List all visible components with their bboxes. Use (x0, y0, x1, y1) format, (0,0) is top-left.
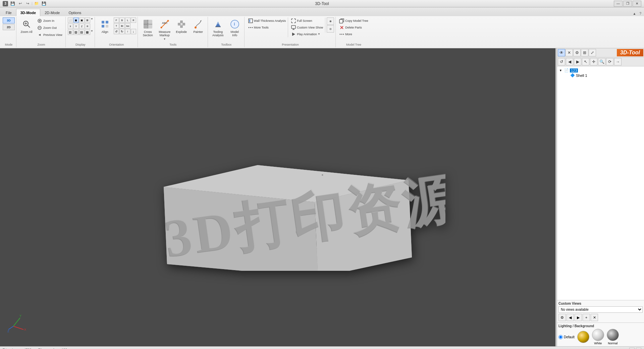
previous-view-button[interactable]: Previous View (35, 32, 64, 38)
zoom-all-button[interactable]: Zoom All (18, 17, 35, 39)
tree-expand-icon[interactable]: ▼ (559, 69, 563, 72)
painter-button[interactable]: Painter (190, 17, 206, 39)
svg-point-40 (340, 34, 341, 35)
open-button[interactable]: 📁 (33, 1, 40, 7)
display-d4-btn[interactable]: ▦ (85, 30, 90, 35)
orient-left-btn[interactable]: L (125, 17, 130, 23)
cv-delete-btn[interactable]: ✕ (591, 314, 598, 321)
orient-r2-btn[interactable]: ↻ (119, 29, 125, 34)
display-dropdown-arrow[interactable]: ▼ (91, 17, 93, 23)
display-edges-btn[interactable]: ⊞ (85, 17, 90, 23)
panel-rotate-btn[interactable]: ↺ (558, 58, 565, 65)
full-screen-btn[interactable]: Full Screen (289, 17, 324, 24)
panel-select-btn[interactable]: ↖ (582, 58, 589, 65)
panel-forward-btn[interactable]: ▶ (574, 58, 581, 65)
orient-front-btn[interactable]: F (114, 17, 119, 23)
close-button[interactable]: ✕ (633, 1, 641, 7)
save2-button[interactable]: 💾 (41, 1, 47, 7)
orient-top-btn[interactable]: T (114, 23, 119, 29)
tab-3dmode[interactable]: 3D-Mode (16, 9, 40, 16)
save-button[interactable]: 💾 (9, 1, 16, 7)
group-toolbox-label: Toolbox (210, 43, 243, 47)
panel-view-btn[interactable]: 👁 (558, 49, 565, 56)
panel-close-btn[interactable]: ✕ (566, 49, 573, 56)
orient-iso-btn[interactable]: Iso (125, 23, 130, 29)
display-y-btn[interactable]: Y (73, 23, 79, 29)
display-d2-btn[interactable]: ▨ (73, 30, 79, 35)
display-z-btn[interactable]: Z (79, 23, 85, 29)
pres-icon1-btn[interactable]: ⊕ (327, 17, 334, 25)
ribbon-help-btn[interactable]: ? (638, 11, 643, 16)
orient-bottom-btn[interactable]: Bt (119, 23, 125, 29)
cv-add-btn[interactable]: + (583, 314, 590, 321)
tab-options[interactable]: Options (64, 9, 86, 16)
wall-thickness-btn[interactable]: Wall Thickness Analysis (247, 17, 287, 24)
measure-markup-button[interactable]: ABC Measure Markup ▼ (157, 17, 173, 42)
svg-rect-24 (180, 25, 183, 28)
copy-model-tree-btn[interactable]: Copy Model Tree (338, 17, 370, 24)
orient-r1-btn[interactable]: ↺ (114, 29, 119, 34)
lighting-normal-sphere[interactable] (607, 329, 619, 341)
lighting-white-sphere[interactable] (592, 329, 604, 341)
cv-settings-btn[interactable]: ⚙ (558, 314, 566, 321)
explode-button[interactable]: Explode (173, 17, 190, 39)
viewport[interactable]: 3D打印资源库 3D打印资源库 X Y Z (0, 48, 555, 346)
panel-fit-btn[interactable]: ⊞ (581, 49, 588, 56)
orient-back-btn[interactable]: B (119, 17, 125, 23)
redo-button[interactable]: ↪ (24, 1, 31, 7)
display-wireframe-btn[interactable]: ⬜ (68, 17, 73, 23)
tree-child-item[interactable]: 🔷 Shell 1 (558, 73, 643, 78)
lighting-sphere-btn[interactable] (577, 331, 589, 343)
cv-prev-btn[interactable]: ◀ (567, 314, 574, 321)
mode-2d-button[interactable]: 2D (3, 24, 15, 30)
panel-arrow-btn[interactable]: → (614, 58, 622, 65)
full-screen-icon (291, 18, 296, 23)
display-d1-btn[interactable]: ▥ (68, 30, 73, 35)
tree-root-label[interactable]: 123 (570, 68, 578, 72)
panel-back-btn[interactable]: ◀ (566, 58, 573, 65)
panel-move-btn[interactable]: ✛ (590, 58, 597, 65)
tab-2dmode[interactable]: 2D-Mode (40, 9, 64, 16)
minimize-button[interactable]: — (614, 1, 623, 7)
measure-dropdown-arrow[interactable]: ▼ (163, 38, 166, 41)
tab-file[interactable]: File (1, 9, 16, 16)
cv-next-btn[interactable]: ▶ (575, 314, 582, 321)
more-tools-btn[interactable]: More Tools (247, 24, 287, 31)
lighting-default-radio[interactable] (558, 335, 563, 339)
play-animation-btn[interactable]: Play Animation ▼ (289, 31, 324, 37)
tree-root-item[interactable]: ▼ 📄 123 (558, 68, 643, 73)
orient-r3-btn[interactable]: ↑ (125, 29, 130, 34)
display-solid-btn[interactable]: ◼ (73, 17, 79, 23)
model-info-button[interactable]: i Model Info (227, 17, 243, 39)
undo-button[interactable]: ↩ (17, 1, 23, 7)
svg-line-52 (13, 326, 23, 330)
display-d3-btn[interactable]: ▤ (79, 30, 85, 35)
ribbon-collapse-btn[interactable]: ▲ (632, 11, 638, 16)
cross-section-button[interactable]: Cross Section (140, 17, 156, 39)
mode-3d-button[interactable]: 3D (3, 17, 15, 23)
custom-view-show-btn[interactable]: Custom View Show (289, 24, 324, 31)
align-button[interactable]: Align (97, 17, 113, 39)
panel-expand-btn[interactable]: ⤢ (589, 49, 596, 56)
panel-rot-btn[interactable]: ⟳ (606, 58, 613, 65)
orient-right-btn[interactable]: R (131, 17, 136, 23)
statusbar-scroll-right[interactable]: ▶ (636, 348, 641, 349)
display-shaded-btn[interactable]: ▣ (79, 17, 85, 23)
display-r-btn[interactable]: R (85, 23, 90, 29)
tooling-analysis-button[interactable]: Tooling Analysis (210, 17, 226, 39)
statusbar-scroll-left[interactable]: ◀ (629, 348, 635, 349)
display2-dropdown-arrow[interactable]: ▼ (91, 30, 93, 35)
zoom-in-button[interactable]: Zoom In (35, 17, 64, 24)
orient-r4-btn[interactable]: ↓ (131, 29, 136, 34)
restore-button[interactable]: ❐ (623, 1, 632, 7)
panel-settings-btn[interactable]: ⚙ (573, 49, 581, 56)
play-animation-dropdown[interactable]: ▼ (318, 33, 320, 36)
zoom-out-button[interactable]: Zoom Out (35, 24, 64, 31)
panel-zoom-btn[interactable]: 🔍 (598, 58, 605, 65)
custom-views-select[interactable]: No views available (558, 306, 643, 313)
display-x-btn[interactable]: X (68, 23, 73, 29)
model-tree-more-btn[interactable]: More (338, 31, 370, 37)
delete-parts-btn[interactable]: Delete Parts (338, 24, 370, 31)
tree-child-label[interactable]: Shell 1 (576, 73, 587, 78)
pres-icon2-btn[interactable]: ⊙ (327, 25, 334, 33)
